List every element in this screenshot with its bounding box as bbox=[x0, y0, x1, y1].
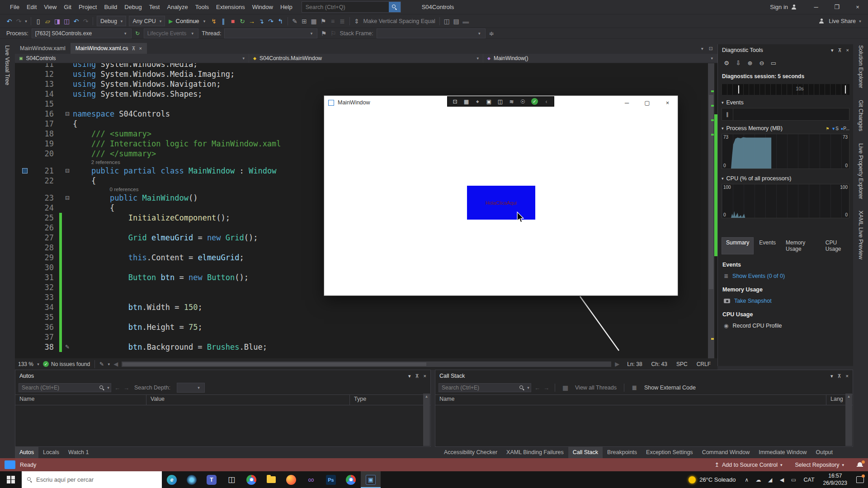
sidebar-tab[interactable]: Solution Explorer bbox=[858, 45, 864, 88]
show-external-code-button[interactable]: Show External Code bbox=[644, 385, 696, 391]
cortana-icon[interactable] bbox=[182, 471, 202, 488]
close-panel-icon[interactable]: × bbox=[424, 373, 426, 379]
cpu-section-header[interactable]: CPU (% of all processors) bbox=[726, 175, 792, 182]
export-icon[interactable]: ⇩ bbox=[733, 60, 743, 66]
fold-collapse-icon[interactable]: ⊟ bbox=[62, 193, 73, 203]
panel-tab[interactable]: Call Stack bbox=[568, 447, 603, 458]
app-close-button[interactable]: × bbox=[657, 96, 678, 109]
select-element-icon[interactable]: ⊡ bbox=[450, 99, 460, 105]
select-repository-button[interactable]: Select Repository ▾ bbox=[795, 462, 844, 468]
callstack-search-input[interactable]: Search (Ctrl+E) ▾ bbox=[439, 383, 531, 392]
thread-dropdown[interactable]: ▾ bbox=[224, 28, 317, 38]
window-position-icon[interactable]: ▾ bbox=[831, 47, 834, 53]
pin-icon[interactable]: ⊼ bbox=[838, 373, 841, 379]
pin-icon[interactable]: ⊼ bbox=[838, 47, 842, 53]
code-line[interactable]: 12using System.Windows.Media.Imaging; bbox=[15, 69, 717, 79]
column-type[interactable]: Type bbox=[350, 395, 430, 405]
code-line[interactable]: 37 bbox=[15, 332, 717, 342]
keyboard-language[interactable]: CAT bbox=[800, 477, 819, 483]
taskbar-search-input[interactable]: Escriu aquí per cercar bbox=[22, 471, 162, 488]
editor-horizontal-scrollbar[interactable] bbox=[122, 361, 611, 367]
app-title-bar[interactable]: MainWindow ─ ▢ × ⊡▦⌖▣◫≋☉✓‹ bbox=[324, 96, 678, 109]
menu-item[interactable]: Build bbox=[100, 2, 121, 12]
chrome-icon[interactable] bbox=[241, 471, 261, 488]
menu-item[interactable]: Test bbox=[146, 2, 164, 12]
display-adorners-icon[interactable]: ▦ bbox=[461, 99, 472, 105]
stop-debugging-icon[interactable]: ■ bbox=[228, 18, 238, 25]
quick-search[interactable]: Search (Ctrl+Q) bbox=[302, 1, 401, 13]
chevron-left-icon[interactable]: ‹ bbox=[541, 99, 552, 105]
code-line[interactable]: 38✎ btn.Background = Brushes.Blue; bbox=[15, 342, 717, 352]
notifications-bell-icon[interactable] bbox=[857, 462, 863, 468]
reset-view-icon[interactable]: ▭ bbox=[769, 60, 778, 66]
step-out-icon[interactable]: ↰ bbox=[276, 18, 285, 25]
panel-tab[interactable]: Output bbox=[811, 447, 838, 458]
panel-tab[interactable]: XAML Binding Failures bbox=[502, 447, 568, 458]
panel-tab[interactable]: Accessibility Checker bbox=[439, 447, 502, 458]
zoom-dropdown[interactable]: 133 % bbox=[18, 361, 33, 367]
element-picker-icon[interactable]: ⊞ bbox=[300, 18, 309, 25]
new-file-icon[interactable]: ▯ bbox=[33, 18, 43, 25]
restart-icon[interactable]: ↻ bbox=[238, 18, 247, 25]
connection-icon[interactable]: ≋ bbox=[506, 99, 517, 105]
flag-icon[interactable]: ⚑ bbox=[319, 30, 328, 37]
menu-item[interactable]: View bbox=[40, 2, 60, 12]
window-position-icon[interactable]: ▾ bbox=[408, 373, 411, 379]
snapshot-icon[interactable]: ◫ bbox=[495, 99, 505, 105]
callstack-scrollbar[interactable]: ▲ bbox=[845, 394, 852, 446]
scroll-left-icon[interactable]: ◀ bbox=[113, 361, 118, 367]
callstack-grid-body[interactable] bbox=[435, 405, 853, 448]
lifecycle-events-dropdown[interactable]: Lifecycle Events▾ bbox=[144, 28, 199, 38]
autos-search-input[interactable]: Search (Ctrl+E) ▾ bbox=[19, 383, 111, 392]
weather-widget[interactable]: 26°C Soleado bbox=[684, 476, 741, 483]
sidebar-tab[interactable]: Live Property Explorer bbox=[858, 143, 864, 199]
menu-item[interactable]: Analyze bbox=[163, 2, 191, 12]
task-view-icon[interactable]: ◫ bbox=[222, 471, 241, 488]
sidebar-tab[interactable]: Git Changes bbox=[858, 100, 864, 131]
editor-vertical-scrollbar[interactable] bbox=[708, 63, 714, 358]
search-icon[interactable] bbox=[389, 2, 401, 12]
photoshop-icon[interactable]: Ps bbox=[321, 471, 341, 488]
solution-platform-dropdown[interactable]: Any CPU▾ bbox=[129, 16, 165, 26]
column-value[interactable]: Value bbox=[146, 395, 350, 405]
close-tab-icon[interactable]: × bbox=[139, 46, 142, 51]
open-file-icon[interactable]: ▱ bbox=[43, 18, 52, 25]
record-cpu-profile-button[interactable]: Record CPU Profile bbox=[732, 323, 782, 329]
onedrive-icon[interactable]: ☁ bbox=[753, 477, 764, 483]
xaml-edit-icon[interactable]: ✎ bbox=[290, 18, 300, 25]
align-justify-icon[interactable]: ≣ bbox=[338, 18, 347, 25]
clock[interactable]: 16:57 26/9/2023 bbox=[819, 473, 852, 487]
panel-tab[interactable]: Autos bbox=[15, 447, 38, 458]
timeline-ruler[interactable]: 10s bbox=[722, 84, 849, 95]
tab-list-chevron-icon[interactable]: ▾ bbox=[701, 46, 703, 51]
panel-tab[interactable]: Immediate Window bbox=[754, 447, 811, 458]
zoom-in-icon[interactable]: ⊕ bbox=[745, 60, 755, 66]
zoom-out-icon[interactable]: ⊖ bbox=[757, 60, 767, 66]
view-all-threads-button[interactable]: View all Threads bbox=[575, 385, 617, 391]
accessibility-icon[interactable]: ☉ bbox=[518, 99, 528, 105]
settings-gear-icon[interactable]: ⚙ bbox=[722, 60, 731, 66]
flag-outline-icon[interactable]: ⚐ bbox=[328, 30, 338, 37]
app-minimize-button[interactable]: ─ bbox=[617, 96, 637, 109]
chevron-down-icon[interactable]: ▾ bbox=[24, 19, 28, 23]
edge-icon[interactable]: e bbox=[162, 471, 182, 488]
bookmark-icon[interactable]: ⚑ bbox=[319, 18, 328, 25]
menu-item[interactable]: Debug bbox=[121, 2, 145, 12]
debug-configuration-dropdown[interactable]: Debug▾ bbox=[97, 16, 126, 26]
align-left-icon[interactable]: ≡ bbox=[328, 18, 338, 25]
maximize-button[interactable]: ❐ bbox=[826, 0, 847, 14]
minimize-button[interactable]: ─ bbox=[806, 0, 826, 14]
firefox-icon[interactable] bbox=[281, 471, 301, 488]
menu-item[interactable]: Help bbox=[277, 2, 296, 12]
code-line[interactable]: 36 btn.Height = 75; bbox=[15, 322, 717, 332]
take-snapshot-link[interactable]: Take Snapshot bbox=[734, 298, 772, 304]
track-focused-element-icon[interactable]: ⌖ bbox=[472, 99, 483, 105]
panel-tab[interactable]: Exception Settings bbox=[642, 447, 698, 458]
save-icon[interactable]: ◨ bbox=[52, 18, 62, 25]
pin-icon[interactable]: ⊼ bbox=[415, 373, 419, 379]
redo-icon[interactable]: ↷ bbox=[81, 18, 90, 25]
chevron-down-icon[interactable]: ▾ bbox=[106, 362, 111, 366]
visual-studio-icon[interactable]: ∞ bbox=[301, 471, 321, 488]
browser-icon[interactable] bbox=[341, 471, 361, 488]
panel-tab[interactable]: Locals bbox=[38, 447, 64, 458]
